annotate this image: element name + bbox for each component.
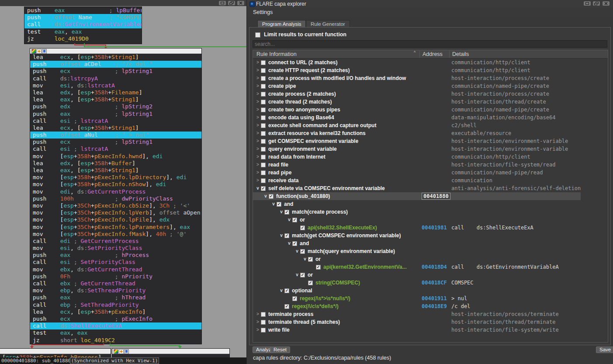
graph-node-main[interactable]: lea ecx, [esp+358h+String1]push offset a… xyxy=(30,48,202,344)
tab-program-analysis[interactable]: Program Analysis xyxy=(257,20,306,28)
row-checkbox[interactable]: ✓ xyxy=(277,202,281,207)
rule-row[interactable]: v✓match(create process) xyxy=(253,208,608,216)
asm-block[interactable]: push eax ; lpBufferpush offset Name ; "C… xyxy=(24,7,142,42)
asm-line[interactable]: lea edx, [esp+358h+Filename] xyxy=(30,89,201,96)
node-header[interactable] xyxy=(30,49,201,54)
reset-button[interactable]: Reset xyxy=(270,347,290,353)
node-group-icon[interactable] xyxy=(124,349,129,354)
asm-line[interactable]: lea eax, [esp+358h+String1] xyxy=(30,96,201,103)
row-checkbox[interactable]: ✓ xyxy=(284,304,289,309)
asm-line[interactable]: test eax, eax xyxy=(24,28,142,35)
collapse-icon[interactable]: v xyxy=(255,184,261,192)
expand-icon[interactable]: > xyxy=(255,177,261,184)
rule-row[interactable]: >receive datacommunication xyxy=(253,177,608,184)
asm-line[interactable]: call ebx ; GetCurrentThread xyxy=(30,280,201,287)
expand-icon[interactable]: > xyxy=(255,114,261,121)
node-group-icon[interactable] xyxy=(42,49,47,54)
asm-line[interactable]: push eax ; hProcess xyxy=(30,252,201,259)
collapse-icon[interactable]: v xyxy=(278,232,284,239)
asm-line[interactable]: call ds:GetEnvironmentVariableA xyxy=(24,21,142,28)
rule-row[interactable]: >extract resource via kernel32 functions… xyxy=(253,129,608,137)
row-checkbox[interactable] xyxy=(261,170,266,175)
asm-line[interactable]: mov [esp+35Ch+pExecInfo.lpParameters], e… xyxy=(30,224,201,231)
asm-line[interactable]: test eax, eax xyxy=(30,329,201,336)
rule-row[interactable]: >terminate processhost-interaction/proce… xyxy=(253,310,608,318)
asm-line[interactable]: call ds:ShellExecuteExA xyxy=(30,322,201,329)
asm-line[interactable]: push edx ; lpString2 xyxy=(30,103,201,110)
asm-line[interactable]: call ebp ; SetThreadPriority xyxy=(30,302,201,309)
row-checkbox[interactable]: ✓ xyxy=(300,249,305,254)
rule-row[interactable]: >get COMSPEC environment variablehost-in… xyxy=(253,137,608,145)
asm-line[interactable]: push offset aNul ; " > nul" xyxy=(30,132,201,139)
close-icon[interactable] xyxy=(237,1,244,5)
asm-line[interactable]: mov [esp+35Ch+pExecInfo.lpFile], edx xyxy=(30,216,201,223)
row-checkbox[interactable]: ✓ xyxy=(292,296,297,301)
limit-checkbox-row[interactable]: Limit results to current function xyxy=(255,31,260,38)
row-checkbox[interactable] xyxy=(261,76,266,81)
row-checkbox[interactable]: ✓ xyxy=(308,257,313,262)
rule-row[interactable]: >create a process with modified I/O hand… xyxy=(253,74,608,82)
asm-line[interactable]: mov ebp, ds:SetThreadPriority xyxy=(30,287,201,294)
rule-row[interactable]: ✓regex(/\/c\s*del\s*/)004018E9/c del xyxy=(253,302,608,310)
row-checkbox[interactable] xyxy=(261,107,266,112)
maximize-icon[interactable] xyxy=(584,1,591,6)
asm-line[interactable]: mov esi, ds:SetPriorityClass xyxy=(30,245,201,252)
asm-block[interactable]: lea ecx, [esp+358h+String1]push offset a… xyxy=(30,54,201,344)
row-checkbox[interactable] xyxy=(261,100,266,104)
row-checkbox[interactable]: ✓ xyxy=(269,194,274,199)
rule-row[interactable]: v✓or xyxy=(253,216,608,224)
expand-icon[interactable]: > xyxy=(255,98,261,106)
expand-icon[interactable]: > xyxy=(255,161,261,169)
collapse-icon[interactable]: v xyxy=(286,239,292,247)
float-window-icon[interactable] xyxy=(593,1,600,6)
row-checkbox[interactable]: ✓ xyxy=(308,281,313,285)
rule-row[interactable]: v✓self delete via COMSPEC environment va… xyxy=(253,184,608,192)
rule-row[interactable]: >query environment variablehost-interact… xyxy=(253,145,608,153)
expand-icon[interactable]: > xyxy=(255,74,261,82)
expand-icon[interactable]: > xyxy=(255,66,261,74)
collapse-icon[interactable]: v xyxy=(302,255,308,263)
node-color-icon[interactable] xyxy=(114,349,118,354)
rule-row[interactable]: >create pipecommunication/named-pipe/cre… xyxy=(253,82,608,90)
row-checkbox[interactable]: ✓ xyxy=(292,218,297,222)
node-edit-icon[interactable] xyxy=(37,49,42,54)
expand-icon[interactable]: > xyxy=(255,90,261,98)
expand-icon[interactable]: > xyxy=(255,129,261,137)
row-checkbox[interactable]: ✓ xyxy=(284,288,289,293)
asm-line[interactable]: push offset Name ; "COMSPEC" xyxy=(24,14,142,21)
rule-row[interactable]: >create process (2 matches)host-interact… xyxy=(253,90,608,98)
rule-row[interactable]: >create HTTP request (2 matches)communic… xyxy=(253,66,608,74)
save-button[interactable]: Save xyxy=(596,347,613,353)
expand-icon[interactable]: > xyxy=(255,318,261,326)
expand-icon[interactable]: > xyxy=(255,59,261,66)
expand-icon[interactable]: > xyxy=(255,310,261,318)
asm-line[interactable]: push 0Fh ; nPriority xyxy=(30,273,201,280)
rule-row[interactable]: ✓api(kernel32.GetEnvironmentVa...004018D… xyxy=(253,263,608,271)
node-color-icon[interactable] xyxy=(31,49,36,54)
rule-row[interactable]: >execute shell command and capture outpu… xyxy=(253,121,608,129)
address-value[interactable]: 00401981 xyxy=(422,224,447,232)
row-checkbox[interactable]: ✓ xyxy=(300,225,305,230)
expand-icon[interactable]: > xyxy=(255,106,261,114)
close-icon[interactable] xyxy=(603,1,610,6)
row-checkbox[interactable] xyxy=(261,163,266,167)
asm-line[interactable]: push ecx ; lpString1 xyxy=(30,68,201,75)
row-checkbox[interactable] xyxy=(261,123,266,128)
row-checkbox[interactable] xyxy=(261,84,266,89)
rule-row[interactable]: >create thread (2 matches)host-interacti… xyxy=(253,98,608,106)
collapse-icon[interactable]: v xyxy=(263,192,269,200)
column-address[interactable]: Address xyxy=(423,50,443,58)
asm-line[interactable]: mov esi, ds:lstrcatA xyxy=(30,82,201,89)
asm-line[interactable]: push offset aCDel ; "/c del " xyxy=(30,61,201,68)
asm-line[interactable]: jz short loc_4019C2 xyxy=(30,337,201,344)
expand-icon[interactable]: > xyxy=(255,145,261,153)
address-value[interactable]: 004018D4 xyxy=(422,263,447,271)
expand-icon[interactable]: > xyxy=(255,169,261,177)
tab-rule-generator[interactable]: Rule Generator xyxy=(306,20,350,28)
rule-row[interactable]: v✓or xyxy=(253,271,608,279)
graph-node-comspec[interactable]: push eax ; lpBufferpush offset Name ; "C… xyxy=(24,7,142,44)
rule-row[interactable]: v✓optional xyxy=(253,287,608,295)
rule-row[interactable]: ✓regex(/\s*>\s*nul\s*/)00401911> nul xyxy=(253,295,608,302)
address-value[interactable]: 004018E9 xyxy=(422,302,447,310)
row-checkbox[interactable]: ✓ xyxy=(284,233,289,238)
